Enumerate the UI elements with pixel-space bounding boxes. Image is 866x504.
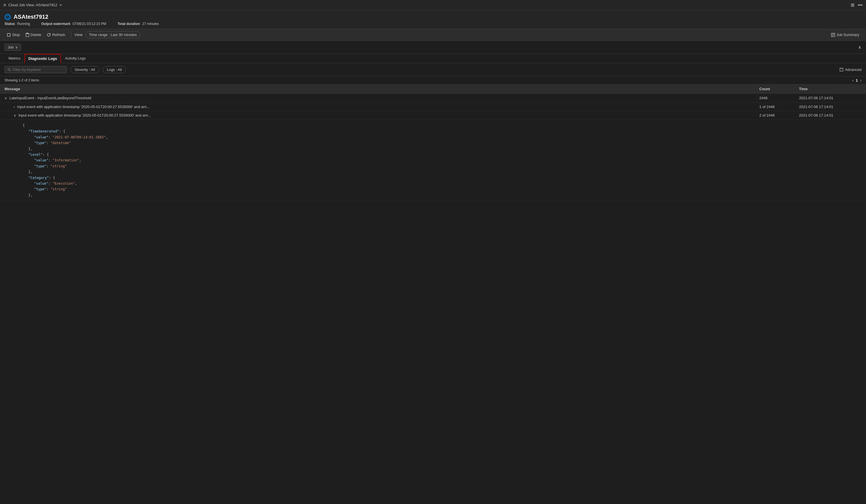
- job-dropdown-row: Job ∨ ∧: [0, 41, 866, 54]
- content-area: Job ∨ ∧ Metrics Diagnostic Logs Activity…: [0, 41, 866, 201]
- stop-icon: [7, 33, 11, 37]
- job-icon: [4, 14, 11, 20]
- next-page-button[interactable]: ›: [860, 78, 862, 82]
- toolbar-right: Job Summary: [829, 32, 862, 38]
- status-row: Status Running Output watermark 07/06/21…: [4, 22, 862, 26]
- tabs-row: Metrics Diagnostic Logs Activity Logs: [0, 54, 866, 63]
- tab-activity-logs[interactable]: Activity Logs: [61, 54, 90, 63]
- table-row: › Input event with application timestamp…: [0, 103, 866, 111]
- title-bar: ≡ Cloud Job View: ASAtest7912 × ⊞ •••: [0, 0, 866, 10]
- job-summary-label: Job Summary: [836, 33, 859, 37]
- sub-row2-expand-icon[interactable]: ∨: [14, 113, 16, 117]
- sub-row-message: › Input event with application timestamp…: [14, 105, 759, 109]
- delete-label: Delete: [31, 33, 42, 37]
- time-range-label: Time range : Last 30 minutes: [89, 33, 137, 37]
- sub-row2-message-text: Input event with application timestamp '…: [19, 113, 151, 117]
- delete-button[interactable]: Delete: [23, 32, 44, 38]
- row-message: ∨ LateInputEvent - InputEventLateBeyondT…: [4, 96, 759, 100]
- tab-diagnostic-logs-label: Diagnostic Logs: [29, 56, 57, 61]
- refresh-button[interactable]: Refresh: [45, 32, 68, 38]
- row-expand-icon[interactable]: ∨: [4, 96, 7, 100]
- header-section: ASAtest7912 Status Running Output waterm…: [0, 10, 866, 29]
- view-label: View: [75, 33, 82, 37]
- row-count: 2446: [759, 96, 799, 100]
- sub-row-message-text: Input event with application timestamp '…: [17, 105, 149, 109]
- toolbar: Stop Delete Refresh View Time range : La…: [0, 29, 866, 41]
- tab-activity-logs-label: Activity Logs: [65, 56, 86, 60]
- current-page: 1: [856, 78, 858, 82]
- tab-metrics[interactable]: Metrics: [4, 54, 24, 63]
- sub-row-count: 1 of 2446: [759, 105, 799, 109]
- output-value: 07/06/21 03:12:15 PM: [73, 22, 106, 26]
- svg-marker-5: [49, 33, 51, 34]
- more-icon[interactable]: •••: [858, 2, 863, 8]
- job-name: ASAtest7912: [14, 14, 48, 20]
- refresh-label: Refresh: [52, 33, 65, 37]
- json-detail-block: { "TimeGenerated": { "value": "2021-07-0…: [0, 120, 866, 201]
- status-value: Running: [17, 22, 30, 26]
- filter-row: Severity : All Logs : All Advanced: [0, 63, 866, 76]
- search-icon: [8, 68, 11, 71]
- table-row: ∨ Input event with application timestamp…: [0, 111, 866, 120]
- svg-point-10: [8, 68, 10, 70]
- logs-filter-button[interactable]: Logs : All: [103, 66, 126, 73]
- job-summary-button[interactable]: Job Summary: [829, 32, 862, 38]
- table-header: Message Count Time: [0, 85, 866, 93]
- column-count: Count: [759, 87, 799, 91]
- tab-diagnostic-logs[interactable]: Diagnostic Logs: [24, 54, 61, 63]
- sub-row2-message: ∨ Input event with application timestamp…: [14, 113, 759, 117]
- prev-page-button[interactable]: ‹: [852, 78, 854, 82]
- refresh-icon: [47, 33, 51, 37]
- row-time: 2021-07-06 17:14:01: [799, 96, 862, 100]
- collapse-icon[interactable]: ∧: [858, 45, 862, 50]
- logs-filter-label: Logs : All: [107, 67, 122, 72]
- delete-icon: [25, 33, 29, 37]
- svg-rect-2: [26, 34, 29, 36]
- column-time: Time: [799, 87, 862, 91]
- search-box[interactable]: [4, 66, 67, 73]
- sub-row2-time: 2021-07-06 17:14:01: [799, 113, 862, 117]
- window-title: Cloud Job View: ASAtest7912: [8, 3, 57, 7]
- sub-row-expand-icon[interactable]: ›: [14, 105, 15, 109]
- toolbar-separator: [71, 32, 71, 38]
- duration-label: Total duration: [118, 22, 140, 26]
- advanced-button[interactable]: Advanced: [840, 67, 862, 72]
- menu-icon[interactable]: ≡: [3, 2, 6, 8]
- svg-line-11: [10, 70, 11, 71]
- json-content: { "TimeGenerated": { "value": "2021-07-0…: [23, 123, 862, 198]
- time-range-button[interactable]: Time range : Last 30 minutes: [86, 31, 141, 38]
- job-title-row: ASAtest7912: [4, 14, 862, 20]
- sub-row-time: 2021-07-06 17:14:01: [799, 105, 862, 109]
- sub-row2-count: 2 of 2446: [759, 113, 799, 117]
- advanced-icon: [840, 68, 843, 71]
- tab-metrics-label: Metrics: [9, 56, 20, 60]
- close-button[interactable]: ×: [59, 3, 62, 7]
- showing-row: Showing 1-2 of 2 items ‹ 1 ›: [0, 76, 866, 85]
- title-bar-right: ⊞ •••: [851, 2, 863, 8]
- column-message: Message: [4, 87, 759, 91]
- title-bar-left: ≡ Cloud Job View: ASAtest7912 ×: [3, 2, 62, 8]
- status-label: Status: [4, 22, 15, 26]
- layout-icon[interactable]: ⊞: [851, 2, 854, 8]
- stop-button[interactable]: Stop: [4, 32, 22, 38]
- job-dropdown[interactable]: Job ∨: [4, 44, 21, 51]
- svg-rect-1: [7, 33, 10, 36]
- pagination: ‹ 1 ›: [852, 78, 862, 82]
- svg-rect-12: [840, 68, 843, 71]
- row-message-text: LateInputEvent - InputEventLateBeyondThr…: [9, 96, 91, 100]
- stop-label: Stop: [12, 33, 20, 37]
- keyword-filter-input[interactable]: [13, 67, 64, 72]
- output-label: Output watermark: [41, 22, 70, 26]
- severity-filter-button[interactable]: Severity : All: [70, 66, 99, 73]
- severity-filter-label: Severity : All: [75, 67, 95, 72]
- job-summary-icon: [831, 33, 835, 37]
- showing-text: Showing 1-2 of 2 items: [4, 78, 39, 82]
- advanced-label: Advanced: [845, 67, 862, 72]
- chevron-down-icon: ∨: [15, 45, 18, 49]
- duration-value: 27 minutes: [142, 22, 159, 26]
- job-dropdown-label: Job: [8, 45, 14, 49]
- table-row: ∨ LateInputEvent - InputEventLateBeyondT…: [0, 93, 866, 103]
- svg-rect-4: [27, 33, 28, 33]
